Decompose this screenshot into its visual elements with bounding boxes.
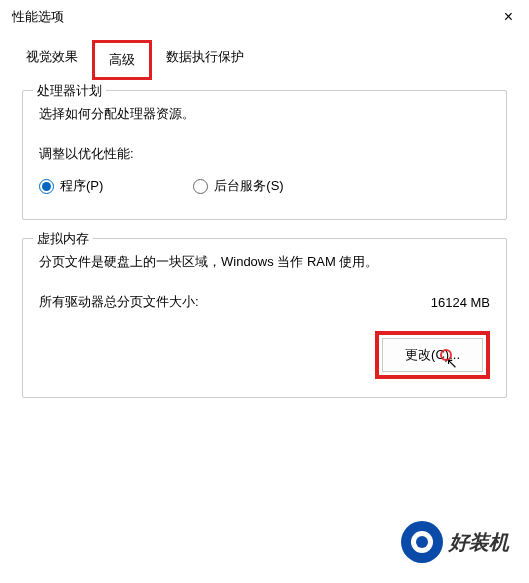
watermark-text: 好装机 [449, 529, 509, 556]
tab-visual-effects[interactable]: 视觉效果 [12, 40, 92, 80]
watermark-logo-icon [401, 521, 443, 563]
vm-total-row: 所有驱动器总分页文件大小: 16124 MB [39, 293, 490, 311]
vm-legend: 虚拟内存 [33, 230, 93, 248]
watermark: 好装机 [401, 521, 509, 563]
adjust-label: 调整以优化性能: [39, 145, 490, 163]
content-area: 处理器计划 选择如何分配处理器资源。 调整以优化性能: 程序(P) 后台服务(S… [0, 80, 529, 426]
processor-scheduling-group: 处理器计划 选择如何分配处理器资源。 调整以优化性能: 程序(P) 后台服务(S… [22, 90, 507, 220]
tab-strip: 视觉效果 高级 数据执行保护 [0, 34, 529, 80]
virtual-memory-group: 虚拟内存 分页文件是硬盘上的一块区域，Windows 当作 RAM 使用。 所有… [22, 238, 507, 398]
vm-desc: 分页文件是硬盘上的一块区域，Windows 当作 RAM 使用。 [39, 253, 490, 271]
processor-legend: 处理器计划 [33, 82, 106, 100]
radio-background-label: 后台服务(S) [214, 177, 283, 195]
change-button-label: 更改(C)... [405, 347, 460, 362]
tab-dep[interactable]: 数据执行保护 [152, 40, 258, 80]
radio-icon [193, 179, 208, 194]
window-title: 性能选项 [12, 8, 64, 26]
titlebar: 性能选项 × [0, 0, 529, 34]
radio-programs[interactable]: 程序(P) [39, 177, 103, 195]
radio-row: 程序(P) 后台服务(S) [39, 177, 490, 195]
tab-advanced[interactable]: 高级 [92, 40, 152, 80]
radio-icon [39, 179, 54, 194]
vm-total-value: 16124 MB [431, 295, 490, 310]
change-button[interactable]: 更改(C)... ↖ [382, 338, 483, 372]
processor-desc: 选择如何分配处理器资源。 [39, 105, 490, 123]
vm-total-label: 所有驱动器总分页文件大小: [39, 293, 199, 311]
radio-programs-label: 程序(P) [60, 177, 103, 195]
radio-background[interactable]: 后台服务(S) [193, 177, 283, 195]
close-icon[interactable]: × [500, 8, 517, 26]
change-button-highlight: 更改(C)... ↖ [375, 331, 490, 379]
